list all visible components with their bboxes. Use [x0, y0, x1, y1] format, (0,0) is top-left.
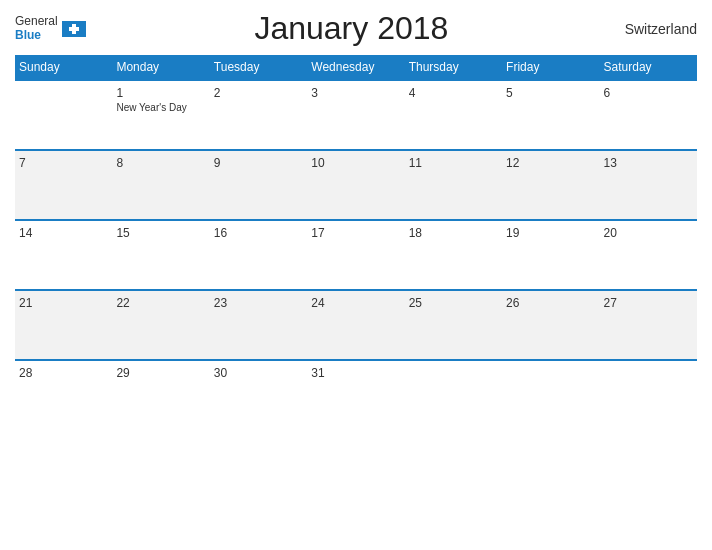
day-number: 25 — [409, 296, 498, 310]
calendar-cell: 27 — [600, 290, 697, 360]
day-number: 15 — [116, 226, 205, 240]
calendar-cell — [600, 360, 697, 430]
flag-icon — [62, 21, 86, 37]
header: General Blue January 2018 Switzerland — [15, 10, 697, 47]
calendar-week-row: 21222324252627 — [15, 290, 697, 360]
day-number: 31 — [311, 366, 400, 380]
day-number: 4 — [409, 86, 498, 100]
calendar-cell — [15, 80, 112, 150]
holiday-name: New Year's Day — [116, 102, 205, 113]
calendar-cell: 28 — [15, 360, 112, 430]
calendar-cell — [405, 360, 502, 430]
logo-blue-text: Blue — [15, 29, 58, 42]
weekday-header-saturday: Saturday — [600, 55, 697, 80]
day-number: 13 — [604, 156, 693, 170]
day-number: 30 — [214, 366, 303, 380]
day-number: 2 — [214, 86, 303, 100]
calendar-cell: 18 — [405, 220, 502, 290]
calendar-week-row: 28293031 — [15, 360, 697, 430]
country-name: Switzerland — [617, 21, 697, 37]
calendar-cell: 16 — [210, 220, 307, 290]
calendar-cell: 10 — [307, 150, 404, 220]
day-number: 19 — [506, 226, 595, 240]
day-number: 9 — [214, 156, 303, 170]
calendar-cell: 23 — [210, 290, 307, 360]
day-number: 18 — [409, 226, 498, 240]
calendar-cell: 14 — [15, 220, 112, 290]
day-number: 23 — [214, 296, 303, 310]
calendar-cell: 12 — [502, 150, 599, 220]
calendar-cell: 11 — [405, 150, 502, 220]
day-number: 27 — [604, 296, 693, 310]
calendar-cell: 24 — [307, 290, 404, 360]
calendar-cell: 22 — [112, 290, 209, 360]
day-number: 8 — [116, 156, 205, 170]
calendar-cell: 8 — [112, 150, 209, 220]
day-number: 28 — [19, 366, 108, 380]
calendar-cell: 21 — [15, 290, 112, 360]
weekday-header-monday: Monday — [112, 55, 209, 80]
calendar-cell: 19 — [502, 220, 599, 290]
calendar-cell: 31 — [307, 360, 404, 430]
day-number: 22 — [116, 296, 205, 310]
calendar-cell: 9 — [210, 150, 307, 220]
day-number: 10 — [311, 156, 400, 170]
calendar-cell: 25 — [405, 290, 502, 360]
day-number: 6 — [604, 86, 693, 100]
day-number: 20 — [604, 226, 693, 240]
weekday-header-thursday: Thursday — [405, 55, 502, 80]
calendar-week-row: 14151617181920 — [15, 220, 697, 290]
day-number: 26 — [506, 296, 595, 310]
calendar-cell: 30 — [210, 360, 307, 430]
weekday-header-wednesday: Wednesday — [307, 55, 404, 80]
day-number: 3 — [311, 86, 400, 100]
day-number: 29 — [116, 366, 205, 380]
weekday-header-row: SundayMondayTuesdayWednesdayThursdayFrid… — [15, 55, 697, 80]
calendar-table: SundayMondayTuesdayWednesdayThursdayFrid… — [15, 55, 697, 430]
weekday-header-friday: Friday — [502, 55, 599, 80]
day-number: 14 — [19, 226, 108, 240]
day-number: 17 — [311, 226, 400, 240]
calendar-cell: 7 — [15, 150, 112, 220]
calendar-cell: 4 — [405, 80, 502, 150]
calendar-cell: 3 — [307, 80, 404, 150]
calendar-cell: 26 — [502, 290, 599, 360]
calendar-week-row: 78910111213 — [15, 150, 697, 220]
calendar-cell — [502, 360, 599, 430]
day-number: 21 — [19, 296, 108, 310]
weekday-header-sunday: Sunday — [15, 55, 112, 80]
day-number: 16 — [214, 226, 303, 240]
calendar-week-row: 1New Year's Day23456 — [15, 80, 697, 150]
calendar-header: SundayMondayTuesdayWednesdayThursdayFrid… — [15, 55, 697, 80]
day-number: 1 — [116, 86, 205, 100]
day-number: 12 — [506, 156, 595, 170]
calendar-cell: 15 — [112, 220, 209, 290]
calendar-cell: 20 — [600, 220, 697, 290]
calendar-cell: 17 — [307, 220, 404, 290]
calendar-cell: 5 — [502, 80, 599, 150]
day-number: 7 — [19, 156, 108, 170]
calendar-container: General Blue January 2018 Switzerland Su… — [0, 0, 712, 550]
weekday-header-tuesday: Tuesday — [210, 55, 307, 80]
calendar-cell: 6 — [600, 80, 697, 150]
logo-general-text: General — [15, 15, 58, 28]
calendar-cell: 2 — [210, 80, 307, 150]
calendar-title: January 2018 — [86, 10, 617, 47]
day-number: 11 — [409, 156, 498, 170]
calendar-cell: 1New Year's Day — [112, 80, 209, 150]
calendar-cell: 29 — [112, 360, 209, 430]
calendar-cell: 13 — [600, 150, 697, 220]
calendar-body: 1New Year's Day2345678910111213141516171… — [15, 80, 697, 430]
logo: General Blue — [15, 15, 86, 41]
day-number: 24 — [311, 296, 400, 310]
day-number: 5 — [506, 86, 595, 100]
